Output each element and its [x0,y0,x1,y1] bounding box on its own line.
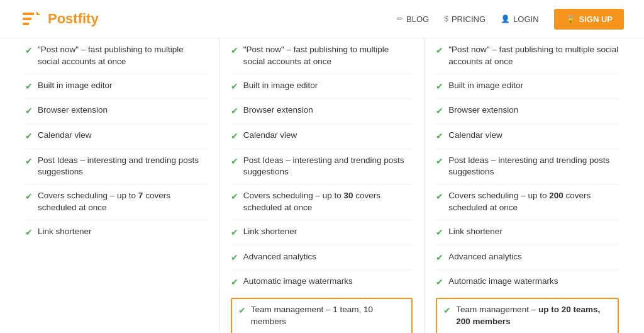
feature-text: Calendar view [243,130,413,142]
check-icon: ✔ [231,45,238,57]
check-icon: ✔ [231,252,238,264]
feature-text: "Post now" – fast publishing to multiple… [38,44,208,68]
feature-text: Covers scheduling – up to 7 covers sched… [38,190,208,214]
check-icon: ✔ [436,191,443,203]
user-icon: 👤 [501,14,510,23]
feature-image-editor-starter: ✔ Built in image editor [25,74,208,99]
check-icon: ✔ [238,305,246,317]
signup-button[interactable]: 🔒 SIGN UP [554,9,624,30]
check-icon: ✔ [231,155,238,168]
feature-calendar-starter: ✔ Calendar view [25,124,208,149]
feature-text: Post Ideas – interesting and trending po… [243,155,413,179]
check-icon: ✔ [436,155,443,168]
feature-text: "Post now" – fast publishing to multiple… [448,44,619,68]
check-icon: ✔ [25,130,33,143]
feature-link-shortener-starter: ✔ Link shortener [25,220,208,245]
feature-browser-ext-agency: ✔ Browser extension [436,99,619,124]
check-icon: ✔ [443,305,451,317]
plan-col-starter: ✔ "Post now" – fast publishing to multip… [14,38,219,333]
feature-team-mgmt-pro-highlighted: ✔ Team management – 1 team, 10 members [231,298,413,333]
check-icon: ✔ [25,191,33,203]
feature-watermarks-agency: ✔ Automatic image watermarks [436,270,619,295]
feature-text: Built in image editor [243,80,413,92]
feature-covers-pro: ✔ Covers scheduling – up to 30 covers sc… [231,184,413,220]
feature-post-now-starter: ✔ "Post now" – fast publishing to multip… [25,38,208,74]
pricing-label: PRICING [452,14,486,24]
feature-text: Automatic image watermarks [243,276,413,288]
feature-text: Covers scheduling – up to 200 covers sch… [448,190,619,214]
check-icon: ✔ [436,252,443,264]
feature-text: Team management – up to 20 teams, 200 me… [456,304,611,328]
svg-rect-0 [23,13,34,15]
feature-text: Advanced analytics [243,251,413,263]
feature-post-ideas-starter: ✔ Post Ideas – interesting and trending … [25,149,208,185]
feature-text: Team management – 1 team, 10 members [251,304,406,328]
feature-link-shortener-agency: ✔ Link shortener [436,220,619,246]
nav-links: ✏ BLOG $ PRICING 👤 LOGIN 🔒 SIGN UP [397,9,624,30]
feature-text: Advanced analytics [448,251,619,263]
logo-icon [20,8,43,30]
feature-text: Link shortener [448,226,619,238]
feature-text: Browser extension [38,104,208,116]
check-icon: ✔ [436,276,443,289]
check-icon: ✔ [436,130,443,143]
check-icon: ✔ [231,81,238,93]
check-icon: ✔ [25,227,33,239]
feature-image-editor-pro: ✔ Built in image editor [231,74,413,99]
logo-text: Postfity [48,11,99,27]
feature-calendar-agency: ✔ Calendar view [436,124,619,149]
feature-text: Built in image editor [448,80,619,92]
dollar-icon: $ [444,14,448,23]
check-icon: ✔ [436,227,443,239]
feature-text: Browser extension [243,104,413,116]
plan-col-pro: ✔ "Post now" – fast publishing to multip… [219,38,425,333]
feature-covers-starter: ✔ Covers scheduling – up to 7 covers sch… [25,184,208,220]
svg-rect-1 [23,18,31,20]
plan-col-agency: ✔ "Post now" – fast publishing to multip… [425,38,630,333]
check-icon: ✔ [436,81,443,93]
pencil-icon: ✏ [397,14,403,23]
login-link[interactable]: 👤 LOGIN [501,14,538,24]
check-icon: ✔ [436,105,443,118]
check-icon: ✔ [25,155,33,168]
feature-text: Browser extension [448,104,619,116]
check-icon: ✔ [25,45,33,57]
feature-covers-agency: ✔ Covers scheduling – up to 200 covers s… [436,184,619,220]
feature-text: Post Ideas – interesting and trending po… [38,155,208,179]
check-icon: ✔ [25,105,33,118]
login-label: LOGIN [513,14,538,24]
check-icon: ✔ [25,81,33,93]
navbar: Postfity ✏ BLOG $ PRICING 👤 LOGIN 🔒 SIGN… [0,0,644,38]
check-icon: ✔ [231,191,238,203]
blog-label: BLOG [406,14,429,24]
feature-post-now-pro: ✔ "Post now" – fast publishing to multip… [231,38,413,74]
feature-text: Post Ideas – interesting and trending po… [448,155,619,179]
check-icon: ✔ [436,45,443,57]
check-icon: ✔ [231,276,238,289]
pricing-grid: ✔ "Post now" – fast publishing to multip… [14,38,630,333]
feature-text: Built in image editor [38,80,208,92]
feature-link-shortener-pro: ✔ Link shortener [231,220,413,246]
pricing-link[interactable]: $ PRICING [444,14,486,24]
logo: Postfity [20,8,99,30]
feature-watermarks-pro: ✔ Automatic image watermarks [231,270,413,295]
feature-browser-ext-pro: ✔ Browser extension [231,99,413,124]
feature-team-mgmt-agency-highlighted: ✔ Team management – up to 20 teams, 200 … [436,298,619,333]
feature-text: Link shortener [38,226,208,238]
feature-image-editor-agency: ✔ Built in image editor [436,74,619,99]
feature-post-now-agency: ✔ "Post now" – fast publishing to multip… [436,38,619,74]
feature-browser-ext-starter: ✔ Browser extension [25,99,208,124]
feature-text: Calendar view [38,130,208,142]
svg-rect-2 [23,23,29,25]
feature-analytics-agency: ✔ Advanced analytics [436,246,619,271]
feature-text: Automatic image watermarks [448,276,619,288]
feature-text: Calendar view [448,130,619,142]
check-icon: ✔ [231,105,238,118]
blog-link[interactable]: ✏ BLOG [397,14,429,24]
feature-calendar-pro: ✔ Calendar view [231,124,413,149]
lock-icon: 🔒 [565,14,575,24]
check-icon: ✔ [231,227,238,239]
feature-text: Link shortener [243,226,413,238]
signup-label: SIGN UP [579,14,613,24]
feature-text: Covers scheduling – up to 30 covers sche… [243,190,413,214]
